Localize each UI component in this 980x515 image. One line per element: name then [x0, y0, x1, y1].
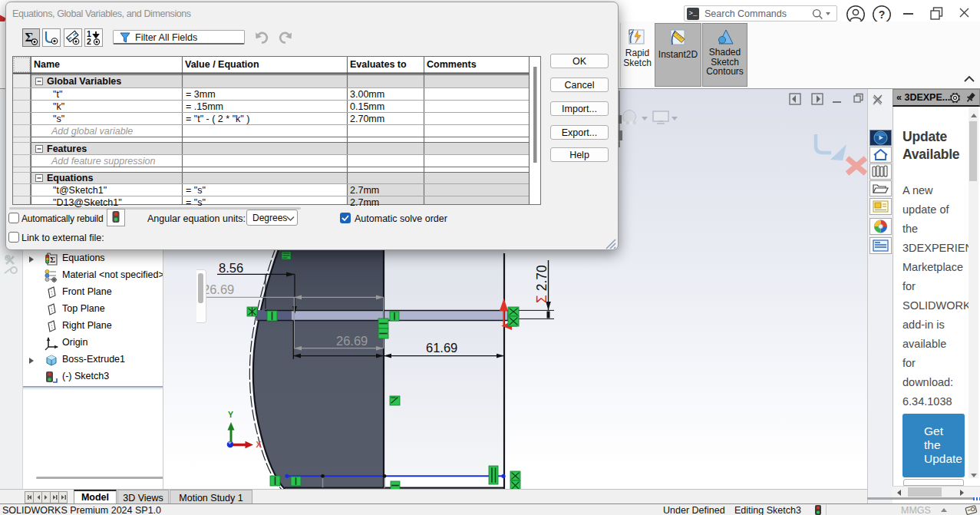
svg-text:Y: Y [228, 410, 233, 419]
svg-text:Σ 2.70: Σ 2.70 [534, 265, 549, 303]
svg-text:26.69: 26.69 [203, 282, 234, 296]
svg-text:26.69: 26.69 [336, 334, 368, 348]
svg-text:61.69: 61.69 [426, 341, 457, 355]
svg-text:X: X [256, 440, 262, 449]
svg-text:Σ: Σ [50, 255, 55, 264]
svg-text:8.56: 8.56 [219, 261, 243, 275]
svg-text:2: 2 [87, 37, 91, 46]
